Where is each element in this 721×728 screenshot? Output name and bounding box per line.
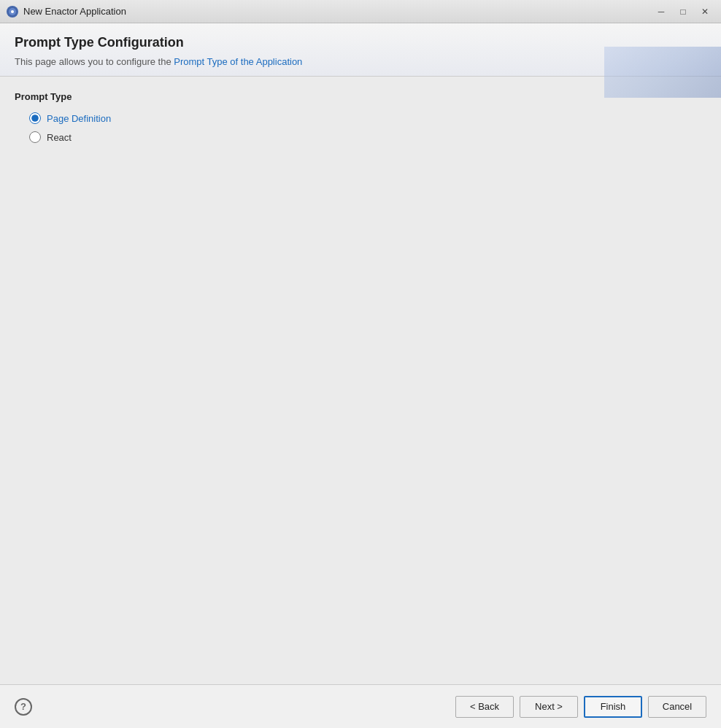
radio-group: Page Definition React xyxy=(15,112,706,143)
footer-left: ? xyxy=(15,698,32,716)
page-title: Prompt Type Configuration xyxy=(15,35,706,50)
next-button[interactable]: Next > xyxy=(520,696,578,718)
footer: ? < Back Next > Finish Cancel xyxy=(0,684,721,728)
radio-option-react[interactable]: React xyxy=(29,131,706,143)
window-title: New Enactor Application xyxy=(23,6,651,17)
minimize-button[interactable]: ─ xyxy=(651,4,671,20)
description-highlight: Prompt Type of the Application xyxy=(174,56,302,67)
header-area: Prompt Type Configuration This page allo… xyxy=(0,23,721,77)
description-prefix: This page allows you to configure the xyxy=(15,56,174,67)
radio-react[interactable] xyxy=(29,131,41,143)
main-content: Prompt Type Page Definition React xyxy=(0,77,721,684)
close-button[interactable]: ✕ xyxy=(695,4,715,20)
radio-label-page-definition: Page Definition xyxy=(47,113,111,124)
window-controls: ─ □ ✕ xyxy=(651,4,715,20)
header-description: This page allows you to configure the Pr… xyxy=(15,56,706,67)
footer-buttons: < Back Next > Finish Cancel xyxy=(455,696,706,718)
restore-button[interactable]: □ xyxy=(673,4,693,20)
svg-point-2 xyxy=(11,10,14,13)
app-icon xyxy=(6,5,19,18)
cancel-button[interactable]: Cancel xyxy=(648,696,706,718)
help-button[interactable]: ? xyxy=(15,698,32,716)
header-graphic xyxy=(604,47,721,98)
radio-label-react: React xyxy=(47,132,72,143)
section-label: Prompt Type xyxy=(15,91,706,102)
finish-button[interactable]: Finish xyxy=(584,696,642,718)
title-bar: New Enactor Application ─ □ ✕ xyxy=(0,0,721,23)
back-button[interactable]: < Back xyxy=(455,696,514,718)
radio-option-page-definition[interactable]: Page Definition xyxy=(29,112,706,124)
radio-page-definition[interactable] xyxy=(29,112,41,124)
